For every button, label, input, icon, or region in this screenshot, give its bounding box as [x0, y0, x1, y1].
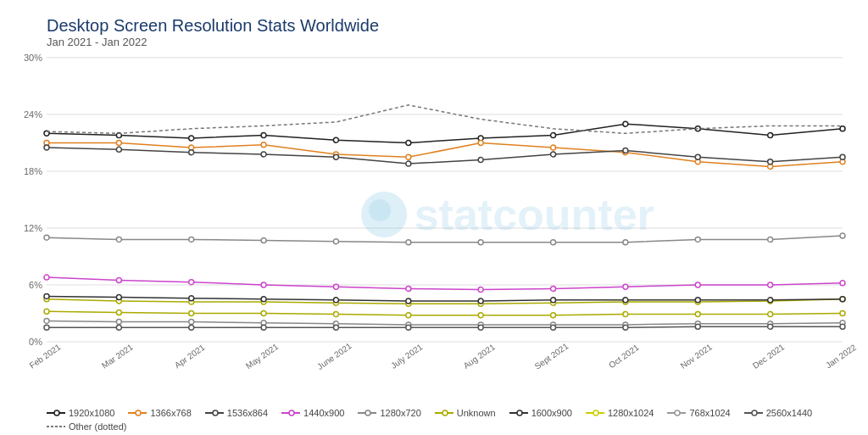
svg-point-57 [551, 152, 556, 157]
svg-point-111 [116, 310, 121, 315]
svg-point-81 [551, 240, 556, 245]
svg-point-134 [44, 325, 49, 330]
svg-point-140 [478, 325, 483, 330]
svg-point-120 [768, 312, 773, 317]
svg-text:May 2021: May 2021 [244, 342, 281, 371]
svg-point-58 [623, 148, 628, 153]
legend-label: 1280x1024 [608, 408, 654, 418]
svg-point-71 [695, 282, 700, 287]
legend-item: 1280x720 [358, 408, 420, 418]
svg-point-139 [406, 325, 411, 330]
svg-text:July 2021: July 2021 [389, 342, 425, 371]
svg-point-85 [840, 233, 845, 238]
legend-label: 1536x864 [227, 408, 268, 418]
svg-point-153 [289, 410, 294, 415]
svg-point-143 [695, 324, 700, 329]
svg-point-44 [478, 141, 483, 146]
svg-point-115 [406, 313, 411, 318]
svg-point-108 [768, 298, 773, 303]
svg-point-117 [551, 313, 556, 318]
svg-point-76 [189, 237, 194, 242]
svg-point-29 [261, 133, 266, 138]
svg-point-72 [768, 282, 773, 287]
svg-point-102 [333, 298, 338, 303]
legend-item: 1600x900 [509, 408, 572, 418]
svg-point-75 [116, 237, 121, 242]
svg-point-163 [675, 410, 680, 415]
svg-text:Dec 2021: Dec 2021 [751, 342, 787, 371]
svg-point-52 [189, 150, 194, 155]
svg-point-123 [116, 320, 121, 325]
legend-item: 1280x1024 [586, 408, 654, 418]
legend-label: 2560x1440 [766, 408, 812, 418]
svg-point-113 [261, 311, 266, 316]
svg-point-104 [478, 298, 483, 304]
svg-point-114 [333, 312, 338, 317]
svg-point-161 [593, 410, 598, 415]
legend-label: Other (dotted) [69, 421, 126, 432]
svg-point-149 [136, 410, 141, 415]
svg-point-34 [623, 121, 628, 126]
svg-point-68 [478, 287, 483, 293]
svg-text:0%: 0% [29, 337, 42, 347]
svg-point-142 [623, 325, 628, 330]
svg-point-144 [768, 324, 773, 329]
svg-point-106 [623, 298, 628, 303]
svg-point-36 [768, 133, 773, 138]
legend-item: 768x1024 [667, 408, 730, 418]
svg-text:Nov 2021: Nov 2021 [679, 342, 715, 371]
svg-text:Aug 2021: Aug 2021 [461, 342, 497, 371]
legend-item: 1366x768 [128, 408, 191, 418]
chart-area: statcounter 0%6%12%18%24%30%Feb 2021Mar … [47, 53, 851, 376]
svg-text:Apr 2021: Apr 2021 [173, 343, 207, 371]
svg-text:Jan 2022: Jan 2022 [824, 343, 858, 371]
svg-point-118 [623, 312, 628, 317]
svg-point-55 [406, 161, 411, 166]
legend-label: 1366x768 [150, 408, 191, 418]
legend-item: Other (dotted) [47, 421, 126, 432]
svg-point-43 [406, 154, 411, 159]
legend-label: Unknown [457, 408, 496, 418]
svg-point-69 [551, 286, 556, 291]
svg-point-63 [116, 277, 121, 282]
svg-point-39 [116, 141, 121, 146]
legend-label: 1600x900 [531, 408, 572, 418]
svg-point-45 [551, 145, 556, 150]
svg-point-74 [44, 235, 49, 240]
svg-point-59 [695, 154, 700, 159]
svg-point-33 [551, 133, 556, 138]
svg-point-77 [261, 238, 266, 243]
svg-point-61 [840, 154, 845, 159]
svg-point-53 [261, 152, 266, 157]
svg-point-80 [478, 240, 483, 245]
svg-point-165 [752, 410, 757, 415]
svg-point-30 [333, 137, 338, 142]
svg-point-101 [261, 297, 266, 302]
svg-text:24%: 24% [24, 109, 42, 120]
svg-point-135 [116, 325, 121, 330]
legend-item: 1536x864 [205, 408, 268, 418]
svg-point-141 [551, 325, 556, 330]
svg-point-37 [840, 126, 845, 131]
legend-label: 768x1024 [689, 408, 730, 418]
svg-point-159 [517, 410, 522, 415]
svg-point-105 [551, 298, 556, 303]
svg-point-100 [189, 296, 194, 301]
svg-text:Sept 2021: Sept 2021 [533, 341, 570, 371]
legend-item: 1440x900 [281, 408, 344, 418]
svg-point-82 [623, 240, 628, 245]
legend-label: 1440x900 [303, 408, 344, 418]
svg-point-109 [840, 297, 845, 302]
legend: 1920x10801366x7681536x8641440x9001280x72… [0, 404, 868, 435]
legend-item: 1920x1080 [47, 408, 114, 418]
svg-point-99 [116, 295, 121, 300]
svg-point-28 [189, 136, 194, 141]
chart-subtitle: Jan 2021 - Jan 2022 [47, 36, 851, 48]
svg-point-155 [365, 410, 370, 415]
svg-point-50 [44, 145, 49, 150]
svg-text:30%: 30% [24, 53, 42, 63]
svg-point-54 [333, 154, 338, 159]
svg-point-122 [44, 318, 49, 323]
svg-point-145 [840, 324, 845, 329]
svg-point-67 [406, 286, 411, 291]
